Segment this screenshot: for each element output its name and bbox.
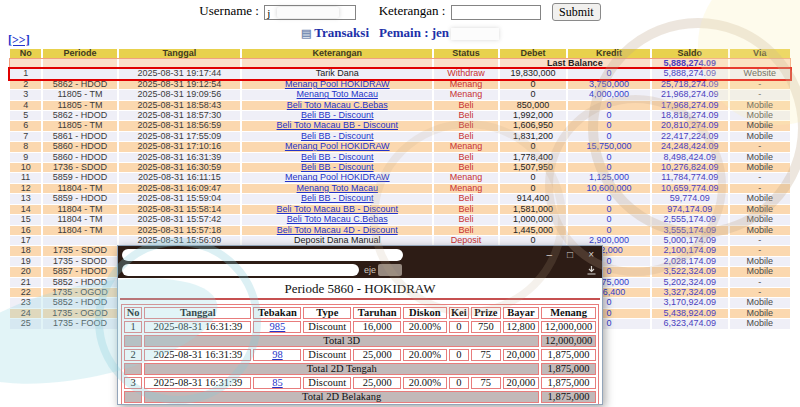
redaction-box	[122, 249, 403, 261]
keterangan-link[interactable]: Beli Toto Macau C.Bebas	[287, 215, 388, 224]
transaction-row: 95860 - HDOD2025-08-31 16:31:39Beli BB -…	[10, 153, 790, 162]
pager-link[interactable]: [>>]	[8, 33, 30, 48]
cell-bayar: 20,000	[503, 377, 540, 389]
cell-status: Menang	[434, 142, 497, 151]
cell-tanggal: 2025-08-31 19:12:54	[119, 80, 240, 89]
cell-prize: 75	[471, 377, 501, 389]
cell-debet: 1,507,950	[500, 163, 566, 172]
tebakan-link[interactable]: 985	[270, 321, 286, 332]
cell-keterangan[interactable]: Beli BB - Discount	[242, 111, 432, 120]
total-label: Total 2D Tengah	[144, 363, 539, 375]
cell-keterangan[interactable]: Menang Pool HOKIDRAW	[242, 142, 432, 151]
cell-via: -	[730, 142, 790, 151]
cell-saldo: 974,174.09	[652, 205, 728, 214]
maximize-icon[interactable]: □	[567, 246, 573, 263]
cell-keterangan[interactable]: Beli BB - Discount	[242, 194, 432, 203]
close-icon[interactable]: ×	[588, 246, 594, 263]
cell-taruhan: 25,000	[353, 377, 401, 389]
col-header-status: Status	[434, 49, 497, 58]
cell-keterangan[interactable]: Beli Toto Macau BB - Discount	[242, 205, 432, 214]
transaction-row: 411805 - TM2025-08-31 18:58:43Beli Toto …	[10, 101, 790, 110]
keterangan-link[interactable]: Menang Toto Macau	[297, 184, 378, 193]
cell-periode: 11804 - TM	[43, 184, 116, 193]
transaction-row: 75861 - HDOD2025-08-31 17:55:09Beli BB -…	[10, 132, 790, 141]
cell-saldo: 6,323,474.09	[652, 319, 728, 328]
cell-keterangan[interactable]: Beli Toto Macau C.Bebas	[242, 215, 432, 224]
bet-detail-row: 12025-08-31 16:31:39985Discount16,00020.…	[124, 321, 596, 333]
cell-saldo: 21,968,274.09	[652, 90, 728, 99]
username-input[interactable]: j	[264, 5, 356, 20]
cell-saldo: 10,276,824.09	[652, 163, 728, 172]
cell-no: 25	[10, 319, 41, 328]
cell-via: Mobile	[730, 257, 790, 266]
cell-via: Mobile	[730, 309, 790, 318]
cell-keterangan[interactable]: Menang Toto Macau	[242, 90, 432, 99]
cell-no: 1	[10, 69, 41, 78]
keterangan-link[interactable]: Beli Toto Macau 4D - Discount	[277, 226, 398, 235]
cell-keterangan[interactable]: Menang Pool HOKIDRAW	[242, 173, 432, 182]
cell-tanggal: 2025-08-31 15:57:42	[119, 215, 240, 224]
keterangan-input[interactable]	[451, 5, 541, 20]
cell-tanggal: 2025-08-31 17:55:09	[119, 132, 240, 141]
keterangan-link[interactable]: Beli Toto Macau BB - Discount	[277, 205, 398, 214]
cell-tanggal: 2025-08-31 15:56:09	[119, 236, 240, 245]
keterangan-link[interactable]: Menang Pool HOKIDRAW	[285, 173, 390, 182]
cell-keterangan[interactable]: Beli BB - Discount	[242, 132, 432, 141]
total-value: 1,875,000	[541, 391, 596, 403]
cell-saldo: 3,555,174.09	[652, 226, 728, 235]
cell-debet: 0	[500, 80, 566, 89]
col-header-periode: Periode	[43, 49, 116, 58]
cell-kredit: 0	[568, 205, 650, 214]
transaksi-label: Transaksi	[314, 25, 369, 40]
keterangan-link[interactable]: Menang Pool HOKIDRAW	[285, 142, 390, 151]
keterangan-link[interactable]: Beli BB - Discount	[301, 132, 374, 141]
last-balance-row: Last Balance 5,888,274.09	[10, 59, 790, 68]
cell-keterangan[interactable]: Beli Toto Macau C.Bebas	[242, 101, 432, 110]
keterangan-link[interactable]: Menang Toto Macau	[297, 90, 378, 99]
keterangan-link[interactable]: Beli Toto Macau BB - Discount	[277, 121, 398, 130]
keterangan-link[interactable]: Beli BB - Discount	[301, 153, 374, 162]
tebakan-link[interactable]: 98	[272, 349, 283, 360]
cell-keterangan[interactable]: Beli BB - Discount	[242, 163, 432, 172]
cell-kredit: 1,125,000	[568, 173, 650, 182]
cell-saldo: 5,888,274.09	[652, 69, 728, 78]
download-icon[interactable]	[586, 265, 597, 276]
cell-tanggal: 2025-08-31 16:31:39	[144, 349, 251, 361]
tebakan-link[interactable]: 85	[272, 377, 283, 388]
cell-via: -	[730, 278, 790, 287]
keterangan-link[interactable]: Beli BB - Discount	[301, 194, 374, 203]
col-header-kredit: Kredit	[568, 49, 650, 58]
keterangan-link[interactable]: Beli Toto Macau C.Bebas	[287, 101, 388, 110]
cell-no: 19	[10, 257, 41, 266]
transaction-row: 1411804 - TM2025-08-31 15:58:14Beli Toto…	[10, 205, 790, 214]
cell-tebakan[interactable]: 85	[253, 377, 301, 389]
keterangan-link[interactable]: Beli BB - Discount	[301, 163, 374, 172]
keterangan-link[interactable]: Menang Pool HOKIDRAW	[285, 80, 390, 89]
cell-periode: 11804 - TM	[43, 205, 116, 214]
cell-saldo: 5,000,174.09	[652, 236, 728, 245]
transaction-row: 55862 - HDOD2025-08-31 18:57:30Beli BB -…	[10, 111, 790, 120]
cell-keterangan[interactable]: Menang Pool HOKIDRAW	[242, 80, 432, 89]
submit-button[interactable]: Submit	[552, 3, 601, 21]
cell-via: Mobile	[730, 267, 790, 276]
cell-via: Mobile	[730, 132, 790, 141]
cell-debet: 914,400	[500, 194, 566, 203]
cell-keterangan[interactable]: Menang Toto Macau	[242, 184, 432, 193]
cell-keterangan[interactable]: Beli BB - Discount	[242, 153, 432, 162]
cell-tebakan[interactable]: 985	[253, 321, 301, 333]
cell-kredit: 0	[568, 121, 650, 130]
minimize-icon[interactable]: –	[547, 246, 553, 263]
keterangan-link[interactable]: Beli BB - Discount	[301, 111, 374, 120]
cell-keterangan[interactable]: Beli Toto Macau 4D - Discount	[242, 226, 432, 235]
cell-via: Mobile	[730, 153, 790, 162]
cell-tanggal: 2025-08-31 16:30:59	[119, 163, 240, 172]
cell-periode: 1735 - SDOD	[43, 257, 116, 266]
popup-titlebar[interactable]: – □ ×	[118, 246, 602, 263]
popup-col-bayar: Bayar	[503, 307, 540, 319]
cell-tanggal: 2025-08-31 18:56:59	[119, 121, 240, 130]
cell-saldo: 17,968,274.09	[652, 101, 728, 110]
col-header-via: Via	[730, 49, 790, 58]
cell-via: Mobile	[730, 111, 790, 120]
cell-tebakan[interactable]: 98	[253, 349, 301, 361]
cell-keterangan[interactable]: Beli Toto Macau BB - Discount	[242, 121, 432, 130]
